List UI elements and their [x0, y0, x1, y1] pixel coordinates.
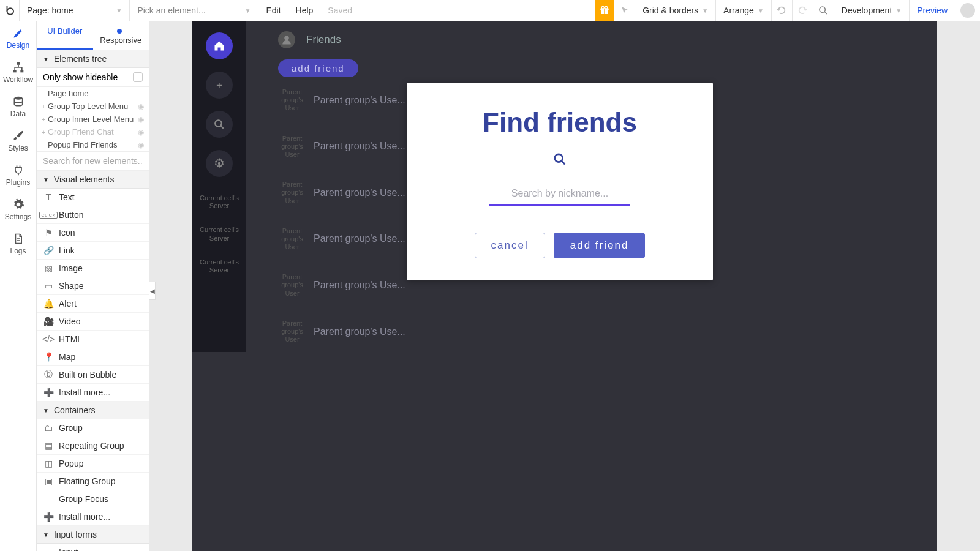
- chevron-down-icon: ▼: [245, 7, 251, 14]
- palette-floating-group[interactable]: ▣Floating Group: [37, 473, 149, 490]
- palette-alert[interactable]: 🔔Alert: [37, 295, 149, 313]
- palette-install-more-containers[interactable]: ➕Install more...: [37, 508, 149, 526]
- eye-icon[interactable]: ◉: [138, 102, 144, 111]
- panel-collapse-handle[interactable]: ◀: [149, 282, 156, 300]
- svg-point-10: [14, 97, 22, 100]
- home-icon: [206, 32, 233, 59]
- element-search-row: [37, 151, 149, 171]
- rail-settings[interactable]: Settings: [0, 193, 36, 227]
- palette-link[interactable]: 🔗Link: [37, 242, 149, 260]
- element-picker-label: Pick an element...: [137, 6, 205, 15]
- elements-tree: Page home +Group Top Level Menu◉ +Group …: [37, 87, 149, 151]
- plugin-icon: [12, 163, 25, 177]
- rail-plugins[interactable]: Plugins: [0, 159, 36, 193]
- side-panel: UI Builder Responsive ▼ Elements tree On…: [37, 21, 149, 551]
- palette-button[interactable]: CLICKButton: [37, 206, 149, 224]
- gift-button[interactable]: [595, 0, 614, 21]
- palette-input[interactable]: ▭Input: [37, 544, 149, 551]
- grid-borders-dropdown[interactable]: Grid & borders ▼: [635, 0, 716, 21]
- repeating-icon: ▤: [43, 440, 54, 451]
- shape-icon: ▭: [43, 280, 54, 291]
- chevron-down-icon: ▼: [43, 176, 49, 183]
- palette-repeating-group[interactable]: ▤Repeating Group: [37, 437, 149, 455]
- search-button[interactable]: [813, 0, 834, 21]
- top-toolbar: Page: home ▼ Pick an element... ▼ Edit H…: [0, 0, 980, 21]
- rail-logs[interactable]: Logs: [0, 227, 36, 261]
- input-forms-header[interactable]: ▼ Input forms: [37, 526, 149, 544]
- input-icon: ▭: [43, 547, 54, 551]
- element-picker-dropdown[interactable]: Pick an element... ▼: [130, 0, 258, 21]
- add-friend-button[interactable]: add friend: [554, 233, 646, 258]
- user-avatar-icon: [278, 31, 295, 48]
- edit-menu[interactable]: Edit: [258, 0, 288, 21]
- environment-dropdown[interactable]: Development ▼: [834, 0, 910, 21]
- dot-icon: [117, 29, 122, 34]
- palette-text[interactable]: TText: [37, 189, 149, 206]
- palette-video[interactable]: 🎥Video: [37, 313, 149, 331]
- app-logo[interactable]: [0, 0, 20, 21]
- svg-point-12: [218, 162, 221, 165]
- eye-icon[interactable]: ◉: [138, 115, 144, 124]
- tree-node-inner-menu[interactable]: +Group Inner Level Menu◉: [37, 113, 149, 126]
- page-dropdown[interactable]: Page: home ▼: [20, 0, 130, 21]
- canvas[interactable]: ＋ Current cell's Server Current cell's S…: [149, 21, 980, 551]
- tree-node-top-menu[interactable]: +Group Top Level Menu◉: [37, 100, 149, 113]
- tab-responsive[interactable]: Responsive: [93, 21, 149, 50]
- palette-popup[interactable]: ◫Popup: [37, 455, 149, 473]
- bubble-icon: ⓑ: [43, 369, 54, 380]
- containers-header[interactable]: ▼ Containers: [37, 402, 149, 419]
- visual-elements-header[interactable]: ▼ Visual elements: [37, 171, 149, 189]
- svg-rect-3: [604, 9, 605, 14]
- redo-button[interactable]: [793, 0, 813, 21]
- image-icon: ▧: [43, 263, 54, 274]
- rail-design[interactable]: Design: [0, 21, 36, 56]
- arrange-dropdown[interactable]: Arrange ▼: [716, 0, 772, 21]
- tree-node-page[interactable]: Page home: [37, 87, 149, 100]
- rail-styles[interactable]: Styles: [0, 124, 36, 159]
- account-avatar[interactable]: [956, 0, 980, 21]
- palette-built-on-bubble[interactable]: ⓑBuilt on Bubble: [37, 366, 149, 384]
- palette-shape[interactable]: ▭Shape: [37, 277, 149, 295]
- design-icon: [12, 26, 25, 40]
- palette-image[interactable]: ▧Image: [37, 260, 149, 277]
- panel-tabs: UI Builder Responsive: [37, 21, 149, 50]
- palette-icon[interactable]: ⚑Icon: [37, 224, 149, 242]
- plus-icon: ➕: [43, 511, 54, 522]
- chevron-down-icon: ▼: [758, 7, 764, 14]
- undo-button[interactable]: [772, 0, 793, 21]
- search-nickname-input[interactable]: [489, 184, 630, 206]
- elements-tree-header[interactable]: ▼ Elements tree: [37, 50, 149, 68]
- palette-html[interactable]: </>HTML: [37, 331, 149, 348]
- svg-rect-8: [13, 70, 16, 72]
- server-cell-label: Current cell's Server: [192, 221, 246, 253]
- bell-icon: 🔔: [43, 298, 54, 309]
- chevron-down-icon: ▼: [116, 7, 123, 14]
- preview-button[interactable]: Preview: [910, 0, 956, 21]
- server-cell-label: Current cell's Server: [192, 253, 246, 285]
- help-menu[interactable]: Help: [288, 0, 321, 21]
- only-hideable-checkbox[interactable]: [133, 72, 143, 82]
- tab-ui-builder[interactable]: UI Builder: [37, 21, 93, 50]
- cancel-button[interactable]: cancel: [475, 233, 545, 258]
- eye-icon[interactable]: ◉: [138, 128, 144, 137]
- rail-workflow[interactable]: Workflow: [0, 56, 36, 90]
- palette-group[interactable]: 🗀Group: [37, 419, 149, 437]
- friends-heading: Friends: [306, 34, 341, 46]
- chevron-down-icon: ▼: [43, 531, 49, 538]
- palette-map[interactable]: 📍Map: [37, 348, 149, 366]
- svg-point-14: [555, 154, 563, 162]
- eye-icon[interactable]: ◉: [138, 141, 144, 149]
- palette-group-focus[interactable]: Group Focus: [37, 490, 149, 508]
- page-label: Page: home: [27, 6, 74, 15]
- element-search-input[interactable]: [37, 152, 149, 170]
- pointer-tool[interactable]: [614, 0, 635, 21]
- tree-node-friend-chat[interactable]: +Group Friend Chat◉: [37, 126, 149, 138]
- only-hideable-label: Only show hideable: [43, 72, 118, 82]
- palette-install-more-visual[interactable]: ➕Install more...: [37, 384, 149, 402]
- element-palette[interactable]: ▼ Visual elements TText CLICKButton ⚑Ico…: [37, 171, 149, 551]
- svg-rect-9: [20, 70, 23, 72]
- gear-icon: [12, 198, 25, 211]
- button-icon: CLICK: [43, 209, 54, 220]
- tree-node-popup-find-friends[interactable]: Popup Find Friends◉: [37, 138, 149, 151]
- rail-data[interactable]: Data: [0, 90, 36, 124]
